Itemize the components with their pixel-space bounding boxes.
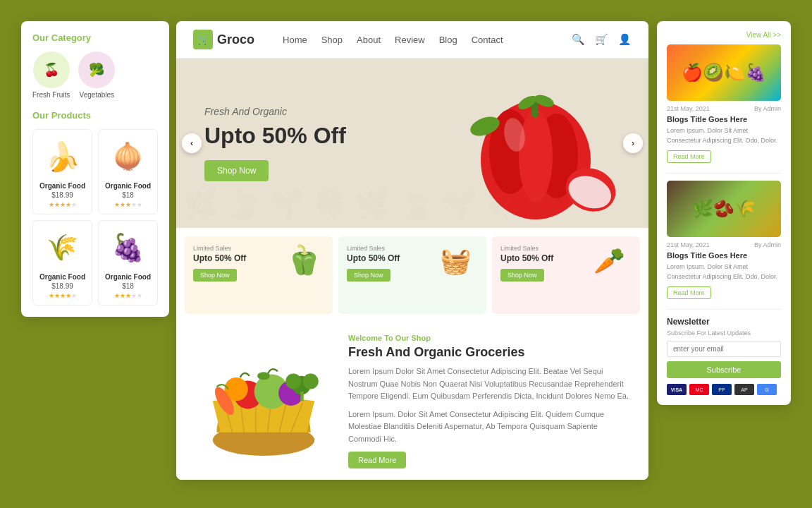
promo-row: Limited Sales Upto 50% Off Shop Now 🫑 Li… [176, 228, 648, 322]
fruits-icon: 🍒 [33, 52, 70, 88]
promo-shop-now-3[interactable]: Shop Now [500, 269, 544, 282]
blog-title-2: Blogs Title Goes Here [667, 251, 781, 260]
divider [667, 173, 781, 174]
blog-image-2: 🌿🫘🌾 [667, 181, 781, 237]
list-item[interactable]: 🍌 Organic Food $18.99 ★★★★★ [32, 129, 92, 214]
mastercard-icon: MC [689, 384, 709, 395]
welcome-read-more-button[interactable]: Read More [348, 452, 406, 468]
welcome-image [193, 334, 334, 468]
svg-point-27 [285, 373, 301, 389]
products-section-title: Our Products [32, 110, 158, 121]
category-grid: 🍒 Fresh Fruits 🥦 Vegetables [32, 52, 158, 99]
newsletter-section: Newsletter Subscribe For Latest Updates … [667, 317, 781, 395]
star-rating: ★★★★★ [114, 201, 142, 208]
welcome-tag: Welcome To Our Shop [348, 334, 632, 342]
blog-excerpt-2: Lorem Ipsum. Dolor Sit Amet Consectetur … [667, 262, 781, 282]
promo-card-1: Limited Sales Upto 50% Off Shop Now 🫑 [185, 236, 333, 314]
category-vegetables[interactable]: 🥦 Vegetables [78, 52, 115, 99]
main-card: 🛒 Groco Home Shop About Review Blog Cont… [176, 21, 648, 480]
welcome-title: Fresh And Organic Groceries [348, 345, 632, 360]
star-rating: ★★★★★ [49, 292, 77, 299]
promo-image-1: 🫑 [286, 243, 328, 300]
category-fruits[interactable]: 🍒 Fresh Fruits [32, 52, 70, 99]
hero-subtitle: Fresh And Organic [204, 106, 346, 117]
nav-blog[interactable]: Blog [439, 35, 457, 45]
basket-svg [193, 334, 334, 468]
welcome-text: Welcome To Our Shop Fresh And Organic Gr… [348, 334, 632, 468]
blog-card-2: 🌿🫘🌾 21st May, 2021 By Admin Blogs Title … [667, 181, 781, 299]
nav-home[interactable]: Home [283, 35, 307, 45]
paypal-icon: PP [712, 384, 732, 395]
welcome-desc-2: Lorem Ipsum. Dolor Sit Amet Consectetur … [348, 409, 632, 446]
blog-meta-2: 21st May, 2021 By Admin [667, 241, 781, 248]
blog-author-1: By Admin [754, 105, 781, 112]
newsletter-title: Newsletter [667, 317, 781, 327]
vegetables-icon: 🥦 [78, 52, 115, 88]
hero-title: Upto 50% Off [204, 123, 346, 149]
list-item[interactable]: 🍇 Organic Food $18 ★★★★★ [98, 220, 158, 306]
newsletter-subscribe-button[interactable]: Subscribe [667, 361, 781, 378]
svg-rect-28 [300, 392, 303, 401]
left-panel: Our Category 🍒 Fresh Fruits 🥦 Vegetables… [21, 21, 169, 317]
hero-prev-button[interactable]: ‹ [182, 133, 202, 153]
blog-date-2: 21st May, 2021 [667, 241, 710, 248]
promo-card-2: Limited Sales Upto 50% Off Shop Now 🧺 [338, 236, 486, 314]
promo-shop-now-2[interactable]: Shop Now [347, 269, 390, 282]
product-image: 🌾 [42, 226, 84, 269]
divider-2 [667, 309, 781, 310]
blog-read-more-1[interactable]: Read More [667, 150, 711, 163]
blog-image-1: 🍎🥝🍋🍇 [667, 44, 781, 101]
user-icon[interactable]: 👤 [618, 33, 632, 46]
list-item[interactable]: 🌾 Organic Food $18.99 ★★★★★ [32, 220, 92, 306]
product-image: 🍌 [42, 135, 84, 178]
navbar: 🛒 Groco Home Shop About Review Blog Cont… [176, 21, 648, 59]
promo-card-3: Limited Sales Upto 50% Off Shop Now 🥕 [492, 236, 640, 314]
promo-shop-now-1[interactable]: Shop Now [193, 269, 237, 282]
newsletter-subtitle: Subscribe For Latest Updates [667, 329, 781, 337]
promo-image-3: 🥕 [593, 246, 636, 303]
nav-links: Home Shop About Review Blog Contact [283, 35, 572, 45]
newsletter-email-input[interactable] [667, 341, 781, 357]
promo-image-2: 🧺 [440, 246, 482, 303]
logo[interactable]: 🛒 Groco [193, 30, 254, 49]
svg-point-26 [303, 373, 319, 389]
payment-icons: VISA MC PP AP G [667, 384, 781, 395]
search-icon[interactable]: 🔍 [572, 33, 585, 46]
hero-content: Fresh And Organic Upto 50% Off Shop Now [176, 85, 374, 202]
google-pay-icon: G [757, 384, 777, 395]
list-item[interactable]: 🧅 Organic Food $18 ★★★★★ [98, 129, 158, 214]
star-rating: ★★★★★ [49, 201, 77, 208]
hero-shop-now-button[interactable]: Shop Now [204, 160, 269, 181]
nav-about[interactable]: About [357, 35, 381, 45]
category-section-title: Our Category [32, 32, 158, 43]
blog-thumbnail-1: 🍎🥝🍋🍇 [667, 44, 781, 101]
nav-contact[interactable]: Contact [472, 35, 503, 45]
svg-point-23 [257, 372, 270, 380]
blog-read-more-2[interactable]: Read More [667, 286, 711, 299]
blog-title-1: Blogs Title Goes Here [667, 115, 781, 123]
blog-excerpt-1: Lorem Ipsum. Dolor Sit Amet Consectetur … [667, 126, 781, 145]
apple-pay-icon: AP [734, 384, 754, 395]
hero-next-button[interactable]: › [623, 133, 643, 153]
right-panel: View All >> 🍎🥝🍋🍇 21st May, 2021 By Admin… [657, 21, 791, 405]
visa-icon: VISA [667, 384, 687, 395]
nav-review[interactable]: Review [395, 35, 425, 45]
blog-card-1: 🍎🥝🍋🍇 21st May, 2021 By Admin Blogs Title… [667, 44, 781, 163]
view-all-link[interactable]: View All >> [667, 31, 781, 39]
product-image: 🧅 [107, 135, 149, 178]
welcome-container: Welcome To Our Shop Fresh And Organic Gr… [193, 334, 632, 468]
product-image: 🍇 [107, 226, 149, 269]
welcome-desc-1: Lorem Ipsum Dolor Sit Amet Consectetur A… [348, 365, 632, 403]
star-rating: ★★★★★ [114, 292, 142, 299]
product-grid: 🍌 Organic Food $18.99 ★★★★★ 🧅 Organic Fo… [32, 129, 158, 306]
hero-banner: ‹ Fresh And Organic Upto 50% Off Shop No… [176, 59, 648, 228]
blog-meta-1: 21st May, 2021 By Admin [667, 105, 781, 112]
cart-icon[interactable]: 🛒 [595, 33, 608, 46]
blog-author-2: By Admin [754, 241, 781, 248]
logo-icon: 🛒 [193, 30, 213, 49]
blog-date-1: 21st May, 2021 [667, 105, 710, 112]
nav-shop[interactable]: Shop [321, 35, 343, 45]
nav-icons: 🔍 🛒 👤 [572, 33, 632, 46]
welcome-section: Welcome To Our Shop Fresh And Organic Gr… [176, 322, 648, 480]
blog-thumbnail-2: 🌿🫘🌾 [667, 181, 781, 237]
